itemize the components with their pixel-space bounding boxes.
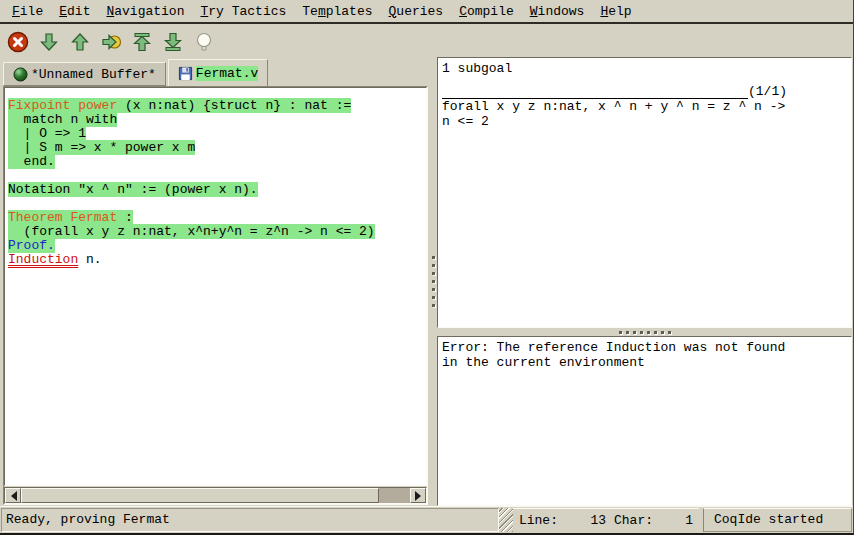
code-line: | S m => x * power x m: [8, 141, 423, 155]
right-arrow-icon: [415, 491, 426, 501]
line-value: 13: [558, 513, 606, 528]
menu-queries[interactable]: Queries: [381, 2, 452, 21]
goal-text: forall x y z n:nat, x ^ n + y ^ n = z ^ …: [442, 99, 847, 129]
code-line: end.: [8, 155, 423, 169]
menu-templates[interactable]: Templates: [294, 2, 380, 21]
char-label: Char:: [614, 513, 653, 528]
code-line: match n with: [8, 113, 423, 127]
messages-pane[interactable]: Error: The reference Induction was not f…: [437, 336, 852, 506]
error-message: Error: The reference Induction was not f…: [442, 340, 847, 370]
go-up-icon: [69, 31, 91, 53]
code-line: Proof.: [8, 239, 423, 253]
tab-label: Fermat.v: [196, 66, 258, 81]
code-line: | O => 1: [8, 127, 423, 141]
go-to-start-button[interactable]: [130, 30, 154, 54]
stop-icon: [7, 31, 29, 53]
script-editor[interactable]: Fixpoint power (x n:nat) {struct n} : na…: [4, 87, 427, 486]
vertical-splitter[interactable]: [430, 57, 437, 506]
sphere-icon: [13, 67, 28, 82]
scrollbar-thumb[interactable]: [21, 488, 379, 503]
go-to-cursor-icon: [100, 31, 122, 53]
menu-file[interactable]: File: [4, 2, 51, 21]
resize-grip[interactable]: [499, 508, 513, 532]
status-message: Ready, proving Fermat: [1, 508, 499, 532]
splitter-handle-dots: [619, 331, 671, 334]
scroll-left-button[interactable]: [5, 488, 21, 503]
status-bar: Ready, proving Fermat Line: 13 Char: 1 C…: [0, 506, 853, 533]
suggest-button[interactable]: [192, 30, 216, 54]
go-down-icon: [38, 31, 60, 53]
go-to-end-icon: [162, 31, 184, 53]
suggest-icon: [193, 31, 215, 53]
code-line: Fixpoint power (x n:nat) {struct n} : na…: [8, 99, 423, 113]
scrollbar-track[interactable]: [21, 488, 410, 503]
goals-pane[interactable]: 1 subgoal (1/1) forall x y z n:nat, x ^ …: [437, 57, 852, 328]
toolbar: [0, 26, 853, 57]
menu-windows[interactable]: Windows: [522, 2, 593, 21]
scroll-right-button[interactable]: [410, 488, 426, 503]
goal-separator: (1/1): [442, 84, 847, 99]
go-down-button[interactable]: [37, 30, 61, 54]
app-status: CoqIde started: [703, 508, 852, 532]
line-label: Line:: [519, 513, 558, 528]
tab-unnamed-buffer[interactable]: *Unnamed Buffer*: [3, 62, 166, 86]
menu-bar: FileEditNavigationTry TacticsTemplatesQu…: [0, 0, 853, 24]
menu-compile[interactable]: Compile: [451, 2, 522, 21]
menu-edit[interactable]: Edit: [51, 2, 98, 21]
stop-button[interactable]: [6, 30, 30, 54]
subgoal-header: 1 subgoal: [442, 61, 847, 76]
tab-strip: *Unnamed Buffer*Fermat.v: [0, 57, 430, 86]
script-column: *Unnamed Buffer*Fermat.v Fixpoint power …: [0, 57, 430, 506]
splitter-handle-dots: [432, 256, 435, 307]
left-arrow-icon: [6, 491, 17, 501]
char-value: 1: [653, 513, 693, 528]
go-to-end-button[interactable]: [161, 30, 185, 54]
code-line: (forall x y z n:nat, x^n+y^n = z^n -> n …: [8, 225, 423, 239]
editor-pane: Fixpoint power (x n:nat) {struct n} : na…: [3, 86, 428, 505]
code-line: Notation "x ^ n" := (power x n).: [8, 183, 423, 197]
tab-fermat-v[interactable]: Fermat.v: [168, 59, 268, 86]
menu-navigation[interactable]: Navigation: [98, 2, 192, 21]
tab-label: *Unnamed Buffer*: [31, 67, 156, 82]
code-line: Theorem Fermat :: [8, 211, 423, 225]
go-up-button[interactable]: [68, 30, 92, 54]
cursor-position: Line: 13 Char: 1: [513, 508, 699, 532]
floppy-icon: [178, 66, 193, 81]
go-to-cursor-button[interactable]: [99, 30, 123, 54]
code-line: Induction n.: [8, 253, 423, 267]
coqide-window: FileEditNavigationTry TacticsTemplatesQu…: [0, 0, 854, 535]
horizontal-scrollbar[interactable]: [4, 487, 427, 504]
goal-counter: (1/1): [748, 84, 787, 99]
menu-help[interactable]: Help: [592, 2, 639, 21]
code-line: [8, 197, 423, 211]
code-line: [8, 169, 423, 183]
proof-column: 1 subgoal (1/1) forall x y z n:nat, x ^ …: [437, 57, 854, 506]
menu-try-tactics[interactable]: Try Tactics: [192, 2, 294, 21]
main-area: *Unnamed Buffer*Fermat.v Fixpoint power …: [0, 57, 854, 506]
horizontal-splitter[interactable]: [437, 328, 852, 336]
go-to-start-icon: [131, 31, 153, 53]
